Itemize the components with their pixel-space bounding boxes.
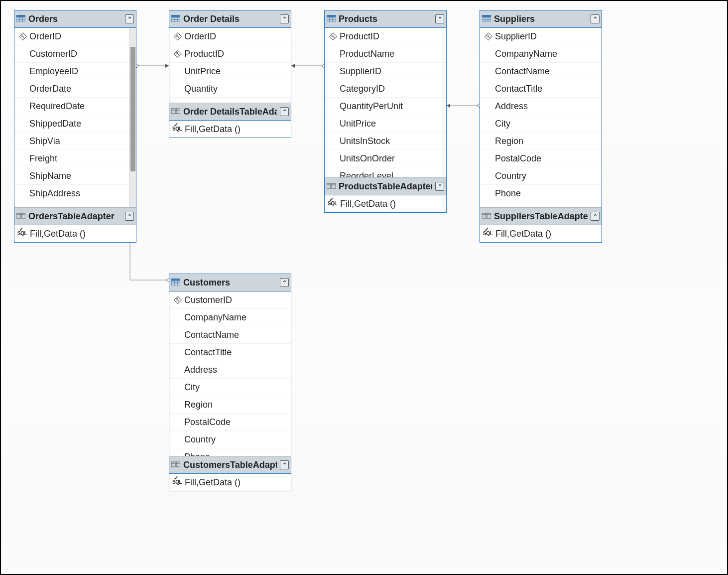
field-name: ShipName [29, 171, 71, 181]
primary-key-icon: ⚿ [173, 32, 182, 40]
table-orders[interactable]: Orders ⌃ ⚿ OrderID CustomerID EmployeeID… [14, 10, 136, 243]
field-row[interactable]: Freight [14, 150, 136, 167]
table-products[interactable]: Products ⌃ ⚿ ProductID ProductName Suppl… [324, 10, 447, 213]
collapse-icon[interactable]: ⌃ [280, 460, 289, 469]
svg-rect-33 [332, 183, 336, 188]
field-row[interactable]: ⚿ ProductID [325, 28, 446, 45]
field-row[interactable]: ⚿ CustomerID [169, 291, 291, 309]
collapse-icon[interactable]: ⌃ [280, 107, 289, 116]
table-header[interactable]: Products ⌃ [325, 10, 446, 28]
scrollbar[interactable] [129, 28, 136, 207]
collapse-icon[interactable]: ⌃ [435, 182, 444, 191]
field-row[interactable]: UnitPrice [325, 115, 446, 133]
field-row[interactable]: QuantityPerUnit [325, 98, 446, 115]
field-name: Address [495, 101, 528, 112]
adapter-icon [327, 181, 336, 192]
collapse-icon[interactable]: ⌃ [591, 14, 600, 23]
field-row[interactable]: ReorderLevel [325, 167, 446, 177]
field-name: ProductID [184, 49, 224, 59]
adapter-method: Fill,GetData () [340, 199, 396, 209]
field-row[interactable]: CustomerID [14, 45, 136, 63]
field-row[interactable]: ContactName [169, 326, 291, 344]
field-name: Quantity [184, 84, 218, 94]
adapter-method-row[interactable]: SQL Fill,GetData () [325, 195, 446, 212]
field-row[interactable]: OrderDate [14, 80, 136, 98]
field-row[interactable]: Region [480, 133, 602, 150]
scroll-thumb[interactable] [130, 47, 135, 171]
collapse-icon[interactable]: ⌃ [125, 14, 134, 23]
field-row[interactable]: ⚿ OrderID [169, 28, 291, 45]
dataset-designer-canvas[interactable]: Orders ⌃ ⚿ OrderID CustomerID EmployeeID… [0, 0, 728, 575]
collapse-icon[interactable]: ⌃ [280, 14, 289, 23]
sql-icon: SQL [483, 231, 492, 236]
field-row[interactable]: EmployeeID [14, 63, 136, 80]
table-order-details[interactable]: Order Details ⌃ ⚿ OrderID ⚿ ProductID Un… [169, 10, 291, 138]
table-adapter-header[interactable]: Order DetailsTableAdapter ⌃ [169, 103, 291, 121]
collapse-icon[interactable]: ⌃ [125, 212, 134, 221]
table-adapter-header[interactable]: OrdersTableAdapter ⌃ [14, 207, 136, 225]
field-row[interactable]: ⚿ ProductID [169, 45, 291, 63]
field-row[interactable]: Country [169, 431, 291, 448]
field-row[interactable]: UnitsOnOrder [325, 150, 446, 167]
field-name: OrderID [29, 31, 61, 42]
field-row[interactable]: UnitPrice [169, 63, 291, 80]
field-row[interactable]: Phone [169, 448, 291, 456]
table-adapter-header[interactable]: ProductsTableAdapter ⌃ [325, 177, 446, 195]
field-row[interactable]: ShipVia [14, 133, 136, 150]
field-row[interactable]: UnitsInStock [325, 133, 446, 150]
field-row[interactable]: PostalCode [480, 150, 602, 167]
field-row[interactable]: ShipCity [14, 202, 136, 207]
collapse-icon[interactable]: ⌃ [435, 14, 444, 23]
adapter-method-row[interactable]: SQL Fill,GetData () [169, 474, 291, 491]
field-row[interactable]: Address [480, 98, 602, 115]
field-row[interactable]: City [480, 115, 602, 133]
field-row[interactable]: RequiredDate [14, 98, 136, 115]
field-row[interactable]: ContactTitle [480, 80, 602, 98]
field-row[interactable]: ShippedDate [14, 115, 136, 133]
field-name: Freight [29, 153, 57, 164]
field-row[interactable]: SupplierID [325, 63, 446, 80]
field-row[interactable]: PostalCode [169, 414, 291, 431]
field-row[interactable]: City [169, 379, 291, 396]
field-row[interactable]: Quantity [169, 80, 291, 98]
field-row[interactable]: Country [480, 167, 602, 185]
table-header[interactable]: Customers ⌃ [169, 274, 291, 291]
field-row[interactable]: ContactName [480, 63, 602, 80]
field-name: ShipAddress [29, 188, 80, 199]
field-row[interactable]: CategoryID [325, 80, 446, 98]
table-header[interactable]: Orders ⌃ [14, 10, 136, 28]
table-adapter-header[interactable]: SuppliersTableAdapter ⌃ [480, 207, 602, 225]
field-row[interactable]: ShipName [14, 167, 136, 185]
adapter-method-row[interactable]: SQL Fill,GetData () [480, 225, 602, 242]
field-row[interactable]: ⚿ OrderID [14, 28, 136, 45]
table-customers[interactable]: Customers ⌃ ⚿ CustomerID CompanyName Con… [169, 274, 291, 491]
table-title: Suppliers [494, 14, 588, 24]
field-row[interactable]: CompanyName [169, 309, 291, 326]
field-name: ShippedDate [29, 119, 81, 129]
field-row[interactable]: ShipAddress [14, 185, 136, 202]
field-name: SupplierID [340, 66, 381, 77]
table-suppliers[interactable]: Suppliers ⌃ ⚿ SupplierID CompanyName Con… [480, 10, 602, 243]
field-row[interactable]: Address [169, 361, 291, 379]
collapse-icon[interactable]: ⌃ [591, 212, 600, 221]
adapter-method-row[interactable]: SQL Fill,GetData () [169, 121, 291, 138]
field-row[interactable]: ContactTitle [169, 344, 291, 361]
collapse-icon[interactable]: ⌃ [280, 278, 289, 287]
primary-key-icon: ⚿ [173, 50, 182, 58]
field-row[interactable]: Phone [480, 185, 602, 202]
svg-marker-3 [291, 64, 295, 68]
table-icon [171, 14, 180, 24]
field-row[interactable]: ProductName [325, 45, 446, 63]
adapter-title: Order DetailsTableAdapter [183, 107, 277, 117]
table-header[interactable]: Order Details ⌃ [169, 10, 291, 28]
table-adapter-header[interactable]: CustomersTableAdapter ⌃ [169, 456, 291, 474]
field-row[interactable]: Fax [480, 202, 602, 207]
sql-icon: SQL [172, 480, 182, 485]
adapter-method-row[interactable]: SQL Fill,GetData () [14, 225, 136, 242]
field-row[interactable]: CompanyName [480, 45, 602, 63]
table-header[interactable]: Suppliers ⌃ [480, 10, 602, 28]
field-name: Region [495, 136, 523, 146]
field-row[interactable]: Discount [169, 98, 291, 103]
field-row[interactable]: Region [169, 396, 291, 414]
field-row[interactable]: ⚿ SupplierID [480, 28, 602, 45]
